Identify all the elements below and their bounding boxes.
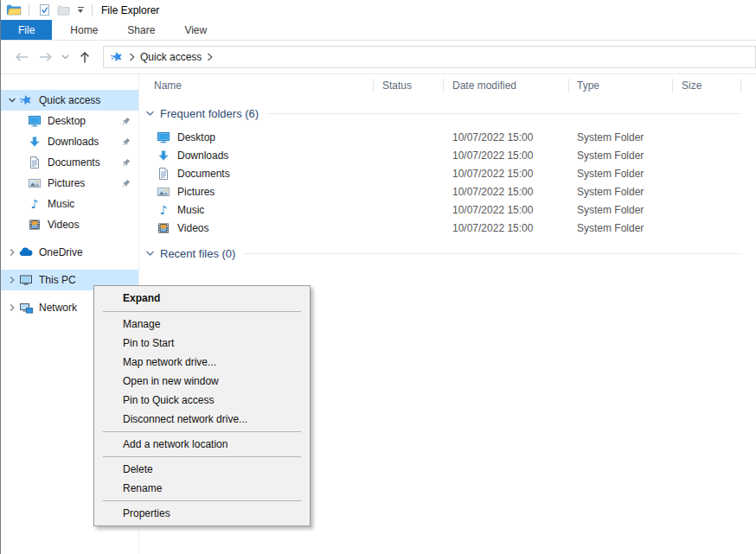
file-type: System Folder xyxy=(569,168,673,180)
explorer-logo-icon[interactable] xyxy=(6,3,22,18)
chevron-down-icon[interactable] xyxy=(5,96,18,105)
file-type: System Folder xyxy=(569,186,673,198)
tab-share[interactable]: Share xyxy=(112,20,170,40)
menu-item-disconnect-network-drive[interactable]: Disconnect network drive... xyxy=(94,410,310,429)
sidebar-item-label: Documents xyxy=(48,156,100,169)
file-row-desktop[interactable]: Desktop 10/07/2022 15:00 System Folder xyxy=(139,128,756,146)
breadcrumb-chevron-icon[interactable] xyxy=(129,53,135,61)
quick-access-star-icon xyxy=(110,50,124,64)
forward-button-icon[interactable] xyxy=(35,47,56,67)
group-label: Frequent folders (6) xyxy=(160,107,259,120)
file-date-modified: 10/07/2022 15:00 xyxy=(444,131,569,143)
back-button-icon[interactable] xyxy=(11,47,32,67)
tab-file[interactable]: File xyxy=(1,20,52,40)
sidebar-item-label: Network xyxy=(39,302,77,314)
sidebar-item-music[interactable]: ♪ Music xyxy=(0,194,138,214)
file-type: System Folder xyxy=(569,222,673,234)
column-header-type[interactable]: Type xyxy=(569,74,673,97)
sidebar-item-onedrive[interactable]: OneDrive xyxy=(0,242,138,263)
menu-separator xyxy=(103,431,301,432)
window-title: File Explorer xyxy=(101,4,159,16)
toolbar-separator xyxy=(29,4,29,16)
menu-item-pin-to-quick-access[interactable]: Pin to Quick access xyxy=(94,391,310,410)
tab-home[interactable]: Home xyxy=(55,20,112,40)
customize-quick-access-toolbar-icon[interactable] xyxy=(74,3,86,18)
tab-view[interactable]: View xyxy=(170,20,221,40)
videos-icon xyxy=(157,221,170,235)
sidebar-item-desktop[interactable]: Desktop xyxy=(0,111,138,131)
file-date-modified: 10/07/2022 15:00 xyxy=(444,186,569,198)
videos-icon xyxy=(27,218,42,232)
file-row-videos[interactable]: Videos 10/07/2022 15:00 System Folder xyxy=(139,219,756,237)
file-date-modified: 10/07/2022 15:00 xyxy=(444,168,569,180)
chevron-down-icon[interactable] xyxy=(145,109,155,118)
pin-icon xyxy=(120,116,131,127)
chevron-down-icon[interactable] xyxy=(145,249,155,258)
downloads-icon xyxy=(157,149,170,162)
desktop-icon xyxy=(27,114,42,128)
documents-icon xyxy=(27,156,42,169)
toolbar-separator xyxy=(92,4,93,16)
file-name: Music xyxy=(177,204,204,216)
column-header-date-modified[interactable]: Date modified xyxy=(444,74,569,97)
sidebar-item-label: OneDrive xyxy=(39,246,83,258)
menu-item-pin-to-start[interactable]: Pin to Start xyxy=(94,334,310,353)
chevron-right-icon[interactable] xyxy=(5,276,18,284)
sidebar-item-label: Quick access xyxy=(39,94,100,106)
sidebar-item-videos[interactable]: Videos xyxy=(0,214,138,235)
file-row-documents[interactable]: Documents 10/07/2022 15:00 System Folder xyxy=(139,164,756,182)
file-date-modified: 10/07/2022 15:00 xyxy=(444,150,569,162)
breadcrumb-quick-access[interactable]: Quick access xyxy=(140,51,202,63)
chevron-right-icon[interactable] xyxy=(5,248,18,257)
up-button-icon[interactable] xyxy=(75,47,94,67)
sidebar-item-documents[interactable]: Documents xyxy=(0,152,138,173)
menu-item-add-a-network-location[interactable]: Add a network location xyxy=(94,435,310,454)
file-date-modified: 10/07/2022 15:00 xyxy=(444,204,569,216)
breadcrumb-chevron-icon[interactable] xyxy=(207,53,213,61)
file-row-pictures[interactable]: Pictures 10/07/2022 15:00 System Folder xyxy=(139,182,756,201)
file-type: System Folder xyxy=(569,204,673,216)
frequent-folders-rows: Desktop 10/07/2022 15:00 System Folder D… xyxy=(139,128,756,237)
menu-item-expand[interactable]: Expand xyxy=(94,288,310,309)
pin-icon xyxy=(120,157,131,169)
file-name: Desktop xyxy=(177,131,215,143)
column-header-name[interactable]: Name xyxy=(139,74,374,97)
file-name: Downloads xyxy=(177,150,228,162)
menu-item-manage[interactable]: Manage xyxy=(94,315,310,334)
title-bar: File Explorer xyxy=(0,0,756,20)
column-header-status[interactable]: Status xyxy=(374,74,444,97)
sidebar-item-quick-access[interactable]: Quick access xyxy=(0,90,138,111)
file-name: Documents xyxy=(177,168,230,180)
file-row-downloads[interactable]: Downloads 10/07/2022 15:00 System Folder xyxy=(139,146,756,164)
menu-separator xyxy=(103,311,301,312)
column-header-size[interactable]: Size xyxy=(673,74,741,97)
group-label: Recent files (0) xyxy=(160,247,235,260)
menu-separator xyxy=(103,456,301,457)
this-pc-icon xyxy=(18,273,34,287)
menu-separator xyxy=(103,500,301,501)
menu-item-open-in-new-window[interactable]: Open in new window xyxy=(94,372,310,391)
group-rule xyxy=(267,113,742,114)
menu-item-map-network-drive[interactable]: Map network drive... xyxy=(94,353,310,372)
menu-item-delete[interactable]: Delete xyxy=(94,460,310,479)
chevron-right-icon[interactable] xyxy=(5,303,18,312)
file-type: System Folder xyxy=(569,131,673,143)
menu-item-properties[interactable]: Properties xyxy=(94,504,310,523)
music-icon: ♪ xyxy=(157,203,170,217)
menu-item-rename[interactable]: Rename xyxy=(94,479,310,498)
properties-icon[interactable] xyxy=(36,3,52,18)
group-header-recent-files[interactable]: Recent files (0) xyxy=(139,244,756,263)
column-headers: Name Status Date modified Type Size xyxy=(139,74,756,97)
address-bar[interactable]: Quick access xyxy=(103,46,756,68)
onedrive-icon xyxy=(18,245,34,259)
sidebar-item-label: Videos xyxy=(48,219,79,231)
new-folder-icon[interactable] xyxy=(55,3,71,18)
sidebar-item-pictures[interactable]: Pictures xyxy=(0,173,138,194)
group-header-frequent-folders[interactable]: Frequent folders (6) xyxy=(139,104,756,123)
sidebar-item-label: Downloads xyxy=(48,136,99,148)
recent-locations-dropdown-icon[interactable] xyxy=(58,47,72,67)
pin-icon xyxy=(120,178,131,189)
file-row-music[interactable]: ♪ Music 10/07/2022 15:00 System Folder xyxy=(139,201,756,219)
ribbon-tabs: File Home Share View xyxy=(0,20,756,41)
sidebar-item-downloads[interactable]: Downloads xyxy=(0,131,138,152)
